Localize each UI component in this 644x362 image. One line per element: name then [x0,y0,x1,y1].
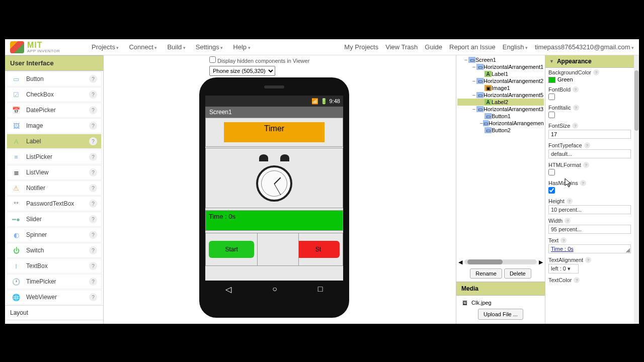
viewer-time-label[interactable]: Time : 0s [205,210,343,231]
viewer-hidden-check-label[interactable]: Display hidden components in Viewer [209,56,350,64]
prop-bgcolor-value[interactable]: Green [548,76,631,83]
props-vscroll-thumb[interactable] [634,70,638,131]
help-icon[interactable]: ? [573,105,579,111]
prop-hasmargins-check[interactable] [548,187,555,194]
help-icon[interactable]: ? [89,168,97,176]
hscroll-right-icon[interactable]: ▶ [539,259,543,265]
menu-build[interactable]: Build [163,41,189,53]
help-icon[interactable]: ? [560,237,567,243]
help-icon[interactable]: ? [580,180,586,186]
palette-item-notifier[interactable]: ⚠Notifier? [7,180,102,196]
menu-account[interactable]: timepass876543210@gmail.com [535,43,634,51]
menu-report-issue[interactable]: Report an Issue [449,43,496,51]
tree-node-horizontalarrangement1[interactable]: −▭HorizontalArrangement1 [457,63,544,70]
hscroll-thumb[interactable] [467,259,503,264]
rename-button[interactable]: Rename [470,268,502,279]
tree-node-button1[interactable]: ▭Button1 [457,113,544,120]
palette-item-switch[interactable]: ⏻Switch? [7,243,102,258]
help-icon[interactable]: ? [89,215,97,223]
tree-node-label1[interactable]: ALabel1 [457,70,544,77]
help-icon[interactable]: ? [572,123,578,129]
prop-fontbold-check[interactable] [548,94,555,100]
help-icon[interactable]: ? [89,262,97,270]
tree-twisty-icon[interactable]: − [479,120,483,126]
help-icon[interactable]: ? [565,218,571,224]
palette-drawer-title[interactable]: User Interface [5,55,103,71]
tree-node-button2[interactable]: ▭Button2 [457,127,544,134]
tree-node-screen1[interactable]: −▭Screen1 [457,56,544,63]
viewer-stop-button[interactable]: St [299,241,340,258]
menu-connect[interactable]: Connect [125,41,161,53]
phone-size-select[interactable]: Phone size (505,320) [209,66,275,76]
menu-view-trash[interactable]: View Trash [385,43,418,51]
prop-fontsize-input[interactable] [548,130,631,139]
tree-twisty-icon[interactable]: − [471,106,476,112]
menu-projects[interactable]: Projects [88,41,123,53]
help-icon[interactable]: ? [574,277,580,283]
prop-width-value[interactable]: 95 percent... [548,225,631,234]
help-icon[interactable]: ? [89,90,97,99]
help-icon[interactable]: ? [89,137,97,145]
help-icon[interactable]: ? [89,184,97,192]
props-section-appearance[interactable]: Appearance [545,55,634,68]
media-file[interactable]: 🖼 Clk.jpeg [461,300,492,306]
menu-settings[interactable]: Settings [192,41,227,53]
help-icon[interactable]: ? [89,231,97,239]
menu-help[interactable]: Help [229,41,254,53]
palette-item-webviewer[interactable]: 🌐WebViewer? [7,290,102,305]
palette-item-datepicker[interactable]: 📅DatePicker? [7,103,102,118]
viewer-harr1[interactable]: Timer [205,118,343,147]
prop-textalign-select[interactable]: left : 0 ▾ [548,264,579,274]
tree-node-image1[interactable]: ▣Image1 [457,84,544,92]
tree-twisty-icon[interactable]: − [471,64,476,70]
palette-item-timepicker[interactable]: 🕐TimePicker? [7,274,102,289]
help-icon[interactable]: ? [593,69,599,75]
palette-item-passwordtextbox[interactable]: **PasswordTextBox? [7,196,102,211]
palette-item-listview[interactable]: ≣ListView? [7,165,102,180]
help-icon[interactable]: ? [583,162,589,168]
prop-height-value[interactable]: 10 percent... [548,205,631,214]
palette-item-checkbox[interactable]: ☑CheckBox? [7,87,102,102]
tree-twisty-icon[interactable]: − [471,92,476,98]
viewer-hidden-check[interactable] [209,56,216,63]
tree-twisty-icon[interactable]: − [471,78,476,84]
help-icon[interactable]: ? [573,86,579,93]
delete-button[interactable]: Delete [504,268,531,279]
prop-text-value[interactable]: Time : 0s [548,244,631,253]
help-icon[interactable]: ? [89,246,97,254]
help-icon[interactable]: ? [89,122,97,130]
help-icon[interactable]: ? [567,198,573,204]
help-icon[interactable]: ? [89,153,97,161]
help-icon[interactable]: ? [89,278,97,286]
hscroll-left-icon[interactable]: ◀ [458,259,462,265]
palette-item-textbox[interactable]: ITextBox? [7,258,102,274]
tree-node-label2[interactable]: ALabel2 [457,99,544,106]
upload-file-button[interactable]: Upload File ... [478,309,523,320]
help-icon[interactable]: ? [585,257,591,263]
prop-fonttypeface-select[interactable]: default... [548,149,631,158]
tree-node-horizontalarrangement2[interactable]: −▭HorizontalArrangement2 [457,77,544,84]
viewer-clock-image[interactable] [255,154,294,202]
tree-twisty-icon[interactable]: − [463,57,468,63]
viewer-harr3[interactable]: Start St [205,233,343,266]
help-icon[interactable]: ? [584,142,590,148]
palette-item-label[interactable]: ALabel? [7,134,102,149]
palette-item-listpicker[interactable]: ≡ListPicker? [7,149,102,164]
menu-my-projects[interactable]: My Projects [344,43,378,51]
props-vscroll[interactable] [634,55,639,324]
tree-node-horizontalarrangemen[interactable]: −▭HorizontalArrangemen [457,120,544,127]
palette-item-button[interactable]: ▭Button? [7,71,102,86]
menu-language[interactable]: English [503,43,528,51]
tree-node-horizontalarrangement5[interactable]: −▭HorizontalArrangement5 [457,92,544,99]
palette-drawer-media[interactable]: Media [5,320,103,324]
viewer-start-button[interactable]: Start [209,241,254,258]
logo[interactable]: MIT APP INVENTOR [10,41,75,53]
menu-guide[interactable]: Guide [425,43,442,51]
tree-node-horizontalarrangement3[interactable]: −▭HorizontalArrangement3 [457,106,544,113]
viewer-timer-label[interactable]: Timer [224,122,325,142]
prop-fontitalic-check[interactable] [548,112,555,118]
palette-item-image[interactable]: 🖼Image? [7,118,102,133]
help-icon[interactable]: ? [89,75,97,83]
help-icon[interactable]: ? [89,106,97,114]
components-hscroll[interactable]: ◀ ▶ [456,258,545,265]
